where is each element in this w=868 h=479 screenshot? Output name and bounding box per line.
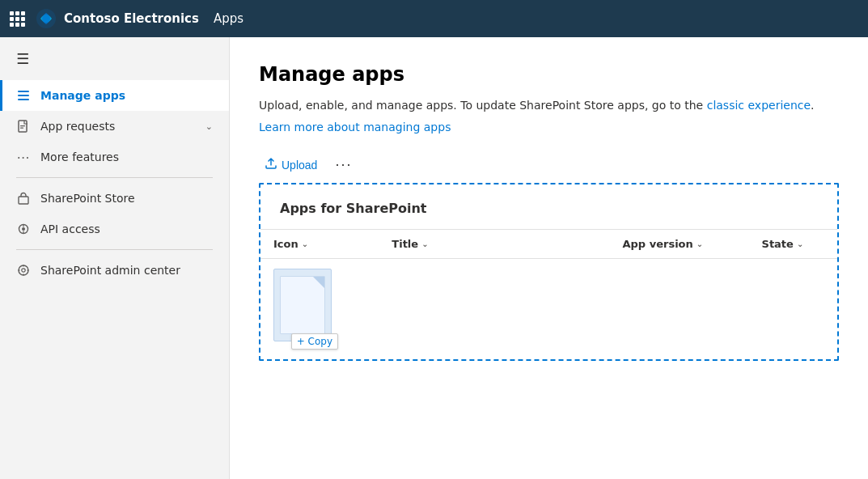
table-header-row: Icon ⌄ Title ⌄ App versi [260, 230, 837, 259]
table-cell-icon: + Copy [260, 259, 379, 360]
table-cell-title [379, 259, 609, 360]
sidebar-item-sharepoint-store[interactable]: SharePoint Store [0, 183, 229, 214]
sidebar-item-api-access[interactable]: API access [0, 214, 229, 244]
svg-rect-2 [18, 95, 29, 96]
chevron-down-icon: ⌄ [205, 121, 213, 132]
page-title: Manage apps [259, 63, 839, 86]
toolbar: Upload ··· [259, 153, 839, 183]
svg-point-13 [22, 269, 25, 272]
hamburger-button[interactable]: ☰ [0, 37, 229, 80]
sidebar-divider-1 [16, 177, 213, 178]
more-icon: ··· [335, 156, 352, 172]
apps-table: Icon ⌄ Title ⌄ App versi [260, 229, 837, 359]
main-layout: ☰ Manage apps App re [0, 37, 868, 479]
svg-point-14 [23, 265, 24, 267]
app-name: Apps [214, 11, 243, 26]
upload-label: Upload [282, 159, 317, 172]
contoso-logo-icon [35, 7, 57, 30]
svg-point-9 [22, 227, 25, 231]
brand-logo: Contoso Electronics [35, 7, 199, 30]
icon-sort-icon: ⌄ [302, 240, 308, 248]
sidebar-manage-apps-label: Manage apps [40, 89, 213, 102]
svg-point-15 [23, 274, 24, 276]
admin-icon [16, 263, 31, 278]
table-row: + Copy [260, 259, 837, 360]
col-header-icon[interactable]: Icon ⌄ [260, 230, 379, 259]
sidebar-app-requests-label: App requests [40, 120, 196, 133]
brand-name: Contoso Electronics [64, 11, 199, 26]
svg-rect-1 [18, 91, 29, 92]
sidebar-sharepoint-store-label: SharePoint Store [40, 192, 213, 205]
table-cell-state [749, 259, 837, 360]
file-corner [313, 277, 324, 288]
upload-button[interactable]: Upload [259, 155, 324, 175]
file-icon-outer [273, 269, 332, 341]
topbar: Contoso Electronics Apps [0, 0, 868, 37]
state-sort-icon: ⌄ [797, 240, 803, 248]
description-text: Upload, enable, and manage apps. To upda… [259, 97, 839, 114]
file-icon-inner [280, 276, 325, 334]
col-header-state[interactable]: State ⌄ [749, 230, 837, 259]
apps-section-title: Apps for SharePoint [260, 184, 837, 229]
svg-point-12 [19, 265, 28, 275]
store-icon [16, 191, 31, 206]
copy-badge[interactable]: + Copy [291, 333, 338, 350]
sidebar-item-sharepoint-admin[interactable]: SharePoint admin center [0, 255, 229, 286]
copy-badge-label: + Copy [297, 336, 332, 347]
sidebar-divider-2 [16, 249, 213, 250]
svg-point-17 [28, 269, 29, 271]
sidebar-item-manage-apps[interactable]: Manage apps [0, 80, 229, 111]
more-dots-icon: ⋯ [16, 150, 31, 164]
api-icon [16, 222, 31, 236]
svg-point-16 [19, 269, 20, 271]
waffle-icon [10, 11, 25, 27]
learn-more-link-container: Learn more about managing apps [259, 121, 839, 134]
sidebar-more-features-label: More features [40, 150, 213, 163]
upload-icon [265, 158, 277, 172]
list-icon [16, 88, 31, 103]
svg-rect-5 [20, 125, 25, 126]
svg-rect-7 [19, 197, 28, 204]
col-header-app-version[interactable]: App version ⌄ [610, 230, 749, 259]
sidebar-item-app-requests[interactable]: App requests ⌄ [0, 111, 229, 142]
more-actions-button[interactable]: ··· [330, 153, 357, 176]
file-icon-container: + Copy [273, 269, 338, 350]
version-sort-icon: ⌄ [697, 240, 703, 248]
waffle-menu-button[interactable] [10, 11, 25, 27]
main-content: Manage apps Upload, enable, and manage a… [230, 37, 868, 479]
sidebar: ☰ Manage apps App re [0, 37, 230, 479]
classic-experience-link[interactable]: classic experience [707, 99, 811, 112]
svg-rect-6 [20, 128, 23, 129]
sidebar-sharepoint-admin-label: SharePoint admin center [40, 264, 213, 277]
sidebar-item-more-features[interactable]: ⋯ More features [0, 142, 229, 172]
col-header-title[interactable]: Title ⌄ [379, 230, 609, 259]
apps-for-sharepoint-section: Apps for SharePoint Icon ⌄ Title [259, 183, 839, 361]
title-sort-icon: ⌄ [421, 240, 428, 248]
learn-more-link[interactable]: Learn more about managing apps [259, 121, 451, 134]
svg-rect-3 [18, 99, 29, 100]
table-cell-app-version [610, 259, 749, 360]
doc-icon [16, 119, 31, 134]
sidebar-api-access-label: API access [40, 223, 213, 235]
